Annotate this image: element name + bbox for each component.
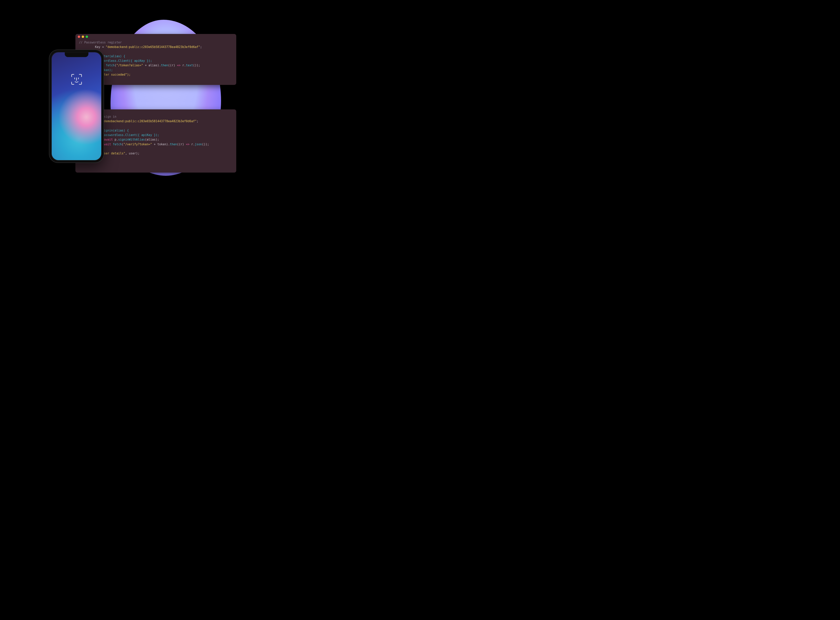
window-titlebar [75,34,236,39]
window-close-icon[interactable] [78,36,80,38]
code-func: signinWithAlias [118,138,145,141]
window-minimize-icon[interactable] [82,36,84,38]
window-maximize-icon[interactable] [86,36,88,38]
code-string: "/verify?token=" [123,143,152,146]
api-key-value: demobackend:public:c203e65b581443778ea48… [108,45,198,49]
phone-mockup [50,50,104,163]
code-string: "/token?alias=" [116,63,143,67]
phone-notch [65,52,89,57]
code-text: Key = [95,45,105,49]
phone-screen [52,52,101,160]
code-func: fetch [105,63,114,67]
api-key-value: demobackend:public:c203e65b581443778ea48… [104,119,195,123]
code-comment: // Passwordless register [79,41,122,44]
code-string: "User details" [100,152,125,155]
code-text: Passwordless.Client({ apiKey }); [100,133,159,137]
code-keyword: await [104,138,113,141]
code-func: fetch [113,143,122,146]
faceid-icon [71,73,83,86]
